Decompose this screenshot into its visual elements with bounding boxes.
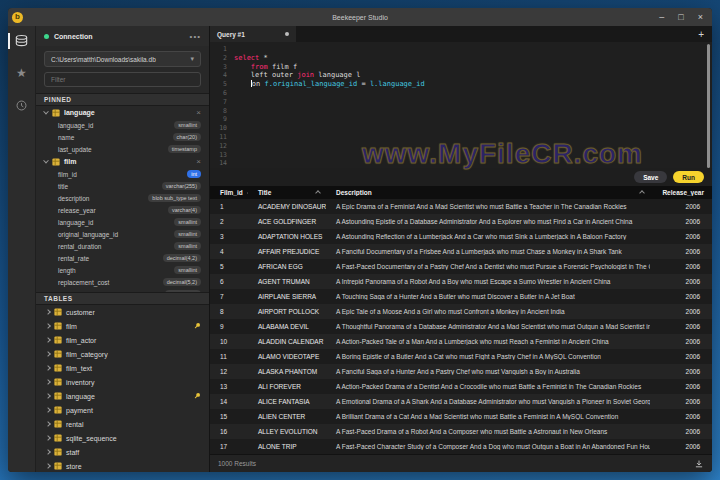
cell-release-year[interactable]: 2006 xyxy=(650,428,712,435)
column-header-description[interactable]: Description xyxy=(326,189,650,196)
chevron-right-icon[interactable] xyxy=(45,309,51,315)
cell-film-id[interactable]: 17 xyxy=(210,443,248,450)
cell-title[interactable]: ALASKA PHANTOM xyxy=(248,368,326,375)
sidebar-table-sqlite_sequence[interactable]: sqlite_sequence xyxy=(36,431,209,445)
result-row[interactable]: 13ALI FOREVERA Action-Packed Drama of a … xyxy=(210,379,712,394)
cell-film-id[interactable]: 3 xyxy=(210,233,248,240)
pinned-column-row[interactable]: descriptionblob sub_type text xyxy=(36,192,209,204)
pinned-column-row[interactable]: lengthsmallint xyxy=(36,264,209,276)
cell-film-id[interactable]: 5 xyxy=(210,263,248,270)
rail-favorites-button[interactable]: ★ xyxy=(8,62,36,84)
chevron-right-icon[interactable] xyxy=(45,421,51,427)
cell-release-year[interactable]: 2006 xyxy=(650,233,712,240)
cell-release-year[interactable]: 2006 xyxy=(650,218,712,225)
cell-film-id[interactable]: 2 xyxy=(210,218,248,225)
code-area[interactable]: select * from film f left outer join lan… xyxy=(230,42,712,168)
result-row[interactable]: 15ALIEN CENTERA Brilliant Drama of a Cat… xyxy=(210,409,712,424)
cell-description[interactable]: A Thoughtful Panorama of a Database Admi… xyxy=(326,323,650,330)
pinned-entity-header[interactable]: language× xyxy=(36,106,209,119)
chevron-right-icon[interactable] xyxy=(45,407,51,413)
sidebar-table-film_text[interactable]: film_text xyxy=(36,361,209,375)
cell-description[interactable]: A Action-Packed Tale of a Man And a Lumb… xyxy=(326,338,650,345)
cell-description[interactable]: A Epic Drama of a Feminist And a Mad Sci… xyxy=(326,203,650,210)
download-icon[interactable] xyxy=(694,459,704,469)
database-select[interactable]: C:\Users\matth\Downloads\sakila.db ▾ xyxy=(44,51,201,67)
cell-film-id[interactable]: 9 xyxy=(210,323,248,330)
pinned-column-row[interactable]: release_yearvarchar(4) xyxy=(36,204,209,216)
cell-title[interactable]: ALAMO VIDEOTAPE xyxy=(248,353,326,360)
result-row[interactable]: 2ACE GOLDFINGERA Astounding Epistle of a… xyxy=(210,214,712,229)
result-row[interactable]: 8AIRPORT POLLOCKA Epic Tale of a Moose A… xyxy=(210,304,712,319)
column-header-film_id[interactable]: Film_id xyxy=(210,189,248,196)
result-row[interactable]: 1ACADEMY DINOSAURA Epic Drama of a Femin… xyxy=(210,199,712,214)
cell-description[interactable]: A Astounding Reflection of a Lumberjack … xyxy=(326,233,650,240)
cell-release-year[interactable]: 2006 xyxy=(650,293,712,300)
column-header-title[interactable]: Title xyxy=(248,189,326,196)
cell-film-id[interactable]: 15 xyxy=(210,413,248,420)
minimize-button[interactable]: – xyxy=(659,13,664,22)
unpin-close-icon[interactable]: × xyxy=(196,158,201,166)
result-row[interactable]: 3ADAPTATION HOLESA Astounding Reflection… xyxy=(210,229,712,244)
cell-title[interactable]: ALI FOREVER xyxy=(248,383,326,390)
cell-release-year[interactable]: 2006 xyxy=(650,368,712,375)
chevron-right-icon[interactable] xyxy=(45,337,51,343)
pinned-column-row[interactable]: titlevarchar(255) xyxy=(36,180,209,192)
chevron-right-icon[interactable] xyxy=(45,365,51,371)
cell-film-id[interactable]: 13 xyxy=(210,383,248,390)
cell-film-id[interactable]: 1 xyxy=(210,203,248,210)
connection-menu-button[interactable]: ••• xyxy=(190,32,201,41)
cell-title[interactable]: AFFAIR PREJUDICE xyxy=(248,248,326,255)
pinned-column-row[interactable]: film_idint xyxy=(36,168,209,180)
cell-release-year[interactable]: 2006 xyxy=(650,443,712,450)
cell-film-id[interactable]: 10 xyxy=(210,338,248,345)
cell-title[interactable]: AIRPORT POLLOCK xyxy=(248,308,326,315)
cell-description[interactable]: A Emotional Drama of a A Shark And a Dat… xyxy=(326,398,650,405)
sidebar-table-payment[interactable]: payment xyxy=(36,403,209,417)
result-row[interactable]: 4AFFAIR PREJUDICEA Fanciful Documentary … xyxy=(210,244,712,259)
result-row[interactable]: 11ALAMO VIDEOTAPEA Boring Epistle of a B… xyxy=(210,349,712,364)
pin-icon[interactable] xyxy=(193,392,201,400)
tab-query-1[interactable]: Query #1 xyxy=(210,26,296,42)
cell-release-year[interactable]: 2006 xyxy=(650,308,712,315)
cell-title[interactable]: ALIEN CENTER xyxy=(248,413,326,420)
cell-film-id[interactable]: 6 xyxy=(210,278,248,285)
cell-release-year[interactable]: 2006 xyxy=(650,383,712,390)
cell-title[interactable]: ALONE TRIP xyxy=(248,443,326,450)
cell-description[interactable]: A Fanciful Documentary of a Frisbee And … xyxy=(326,248,650,255)
cell-film-id[interactable]: 14 xyxy=(210,398,248,405)
pinned-column-row[interactable]: replacement_costdecimal(5,2) xyxy=(36,276,209,288)
result-row[interactable]: 12ALASKA PHANTOMA Fanciful Saga of a Hun… xyxy=(210,364,712,379)
cell-release-year[interactable]: 2006 xyxy=(650,398,712,405)
run-button[interactable]: Run xyxy=(673,171,704,183)
cell-film-id[interactable]: 4 xyxy=(210,248,248,255)
sort-icon[interactable] xyxy=(639,190,645,196)
result-row[interactable]: 14ALICE FANTASIAA Emotional Drama of a A… xyxy=(210,394,712,409)
sidebar-table-film[interactable]: film xyxy=(36,319,209,333)
cell-description[interactable]: A Fast-Paced Documentary of a Pastry Che… xyxy=(326,263,650,270)
sidebar-table-customer[interactable]: customer xyxy=(36,305,209,319)
chevron-right-icon[interactable] xyxy=(45,463,51,469)
result-row[interactable]: 10ALADDIN CALENDARA Action-Packed Tale o… xyxy=(210,334,712,349)
sort-icon[interactable] xyxy=(315,190,321,196)
pin-icon[interactable] xyxy=(193,322,201,330)
result-row[interactable]: 7AIRPLANE SIERRAA Touching Saga of a Hun… xyxy=(210,289,712,304)
sidebar-table-staff[interactable]: staff xyxy=(36,445,209,459)
result-row[interactable]: 16ALLEY EVOLUTIONA Fast-Paced Drama of a… xyxy=(210,424,712,439)
sidebar-table-film_actor[interactable]: film_actor xyxy=(36,333,209,347)
cell-description[interactable]: A Boring Epistle of a Butler And a Cat w… xyxy=(326,353,650,360)
result-row[interactable]: 6AGENT TRUMANA Intrepid Panorama of a Ro… xyxy=(210,274,712,289)
cell-description[interactable]: A Fast-Paced Drama of a Robot And a Comp… xyxy=(326,428,650,435)
rail-database-button[interactable] xyxy=(8,30,36,52)
cell-description[interactable]: A Fast-Paced Character Study of a Compos… xyxy=(326,443,650,450)
result-row[interactable]: 5AFRICAN EGGA Fast-Paced Documentary of … xyxy=(210,259,712,274)
sidebar-table-store[interactable]: store xyxy=(36,459,209,472)
cell-release-year[interactable]: 2006 xyxy=(650,353,712,360)
sidebar-table-inventory[interactable]: inventory xyxy=(36,375,209,389)
chevron-down-icon[interactable] xyxy=(43,157,49,163)
unpin-close-icon[interactable]: × xyxy=(196,109,201,117)
save-button[interactable]: Save xyxy=(634,171,667,183)
pinned-column-row[interactable]: namechar(20) xyxy=(36,131,209,143)
pinned-column-row[interactable]: last_updatetimestamp xyxy=(36,143,209,155)
cell-release-year[interactable]: 2006 xyxy=(650,413,712,420)
pinned-column-row[interactable]: rental_durationsmallint xyxy=(36,240,209,252)
